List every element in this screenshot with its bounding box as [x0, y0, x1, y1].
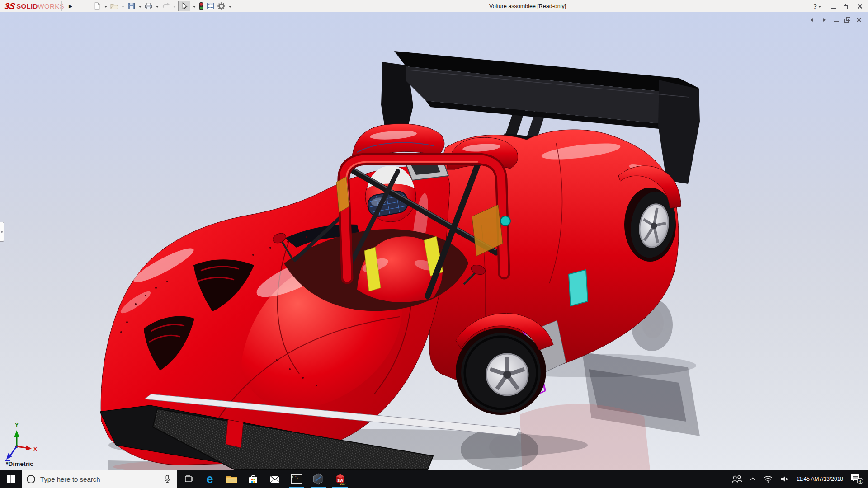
doc-restore-button[interactable] — [844, 17, 850, 23]
pane-right-icon — [823, 18, 826, 22]
windows-taskbar: Type here to search e — [0, 470, 868, 488]
race-car-model: Y X Z — [0, 12, 868, 470]
clock-date: 7/13/2018 — [819, 476, 843, 483]
triad-x-label: X — [33, 446, 37, 452]
doc-minimize-button[interactable] — [834, 17, 839, 22]
action-center-icon: 4 — [850, 473, 863, 485]
file-explorer-button[interactable] — [221, 470, 242, 488]
undo-icon — [161, 2, 170, 10]
undo-button[interactable] — [161, 1, 170, 11]
notification-badge: 4 — [859, 479, 861, 483]
show-hidden-icons-button[interactable] — [749, 476, 756, 482]
close-icon — [856, 17, 862, 23]
grille-support — [226, 420, 243, 448]
select-cursor-icon — [180, 2, 188, 10]
search-placeholder: Type here to search — [40, 475, 157, 483]
store-icon — [247, 473, 259, 485]
teal-fuel-cap — [500, 216, 510, 226]
help-question-icon: ? — [813, 3, 817, 10]
cortana-icon — [27, 475, 35, 483]
window-controls: ? — [813, 0, 863, 12]
solidworks-window: 3S SOLID WORKS ▶ — [0, 0, 868, 488]
volume-button[interactable] — [780, 475, 790, 483]
menu-expand-arrow-icon[interactable]: ▶ — [69, 4, 72, 9]
wifi-button[interactable] — [763, 475, 773, 483]
feature-tree-collapse-tab[interactable] — [0, 222, 4, 242]
doc-close-button[interactable] — [856, 17, 862, 23]
speaker-muted-icon — [780, 475, 790, 483]
solidworks-logo: 3S SOLID WORKS — [5, 0, 64, 12]
print-dropdown-caret[interactable] — [156, 6, 159, 8]
pane-right-button[interactable] — [821, 16, 828, 23]
drag-handle-icon — [1, 231, 3, 233]
chevron-up-icon — [749, 476, 756, 482]
new-dropdown-caret[interactable] — [104, 6, 107, 8]
triad-y-label: Y — [15, 422, 19, 428]
close-icon — [857, 4, 863, 9]
minimize-icon — [831, 8, 836, 9]
restore-icon — [844, 4, 849, 9]
open-button[interactable] — [109, 1, 119, 11]
solidworks-2017-icon: SW 2017 — [334, 473, 346, 485]
file-properties-icon — [206, 2, 215, 10]
action-center-button[interactable]: 4 — [850, 473, 863, 485]
close-button[interactable] — [857, 4, 863, 9]
store-button[interactable] — [242, 470, 264, 488]
edge-icon: e — [206, 473, 213, 485]
divider — [61, 1, 62, 11]
graphics-area[interactable]: Y X Z *Dimetric — [0, 12, 868, 470]
minimize-button[interactable] — [831, 4, 836, 9]
save-dropdown-caret[interactable] — [139, 6, 142, 8]
task-view-button[interactable] — [177, 470, 199, 488]
hexagon-app-icon — [312, 473, 324, 485]
file-properties-button[interactable] — [206, 1, 215, 11]
minimize-icon — [834, 21, 839, 22]
select-tool-button[interactable] — [178, 1, 190, 11]
open-dropdown-caret[interactable] — [122, 6, 124, 8]
save-floppy-icon — [127, 2, 136, 10]
solidworks-2017-button[interactable]: SW 2017 — [329, 470, 351, 488]
task-view-icon — [182, 474, 194, 484]
help-dropdown-caret — [818, 6, 821, 8]
pane-left-icon — [811, 18, 813, 22]
people-icon — [731, 474, 742, 484]
cyan-side-window — [569, 270, 588, 306]
options-dropdown-caret[interactable] — [229, 6, 231, 8]
pane-left-button[interactable] — [808, 16, 815, 23]
save-button[interactable] — [127, 1, 136, 11]
traffic-light-icon — [198, 2, 204, 11]
new-document-icon — [93, 2, 101, 10]
clock-time: 11:45 AM — [797, 476, 819, 483]
document-window-controls — [808, 16, 862, 23]
mail-button[interactable] — [264, 470, 286, 488]
front-right-wheel — [456, 313, 553, 415]
dassault-logo-icon: 3S — [4, 1, 16, 11]
brand-works-text: WORKS — [38, 2, 64, 10]
print-button[interactable] — [144, 1, 153, 11]
search-input[interactable]: Type here to search — [22, 470, 177, 488]
view-orientation-label: *Dimetric — [6, 460, 33, 467]
mail-icon — [269, 474, 281, 484]
system-tray: 11:45 AM 7/13/2018 4 — [731, 470, 868, 488]
start-button[interactable] — [0, 470, 22, 488]
people-button[interactable] — [731, 474, 742, 484]
rebuild-button[interactable] — [198, 1, 204, 11]
restore-button[interactable] — [844, 4, 849, 9]
gear-icon — [217, 2, 226, 10]
command-prompt-icon: C:\_ — [291, 474, 302, 484]
clock[interactable]: 11:45 AM 7/13/2018 — [797, 476, 843, 483]
options-button[interactable] — [217, 1, 226, 11]
document-title: Voiture assomblee [Read-only] — [489, 3, 566, 9]
help-button[interactable]: ? — [813, 3, 823, 10]
microphone-icon[interactable] — [162, 474, 172, 484]
edge-button[interactable]: e — [199, 470, 221, 488]
select-dropdown-caret[interactable] — [193, 6, 196, 8]
undo-dropdown-caret[interactable] — [173, 6, 176, 8]
open-folder-icon — [110, 2, 118, 10]
new-document-button[interactable] — [92, 1, 102, 11]
quick-access-toolbar — [92, 0, 234, 12]
wifi-icon — [763, 475, 773, 483]
file-explorer-icon — [226, 474, 238, 484]
command-prompt-button[interactable]: C:\_ — [286, 470, 307, 488]
hexagon-app-button[interactable] — [307, 470, 329, 488]
